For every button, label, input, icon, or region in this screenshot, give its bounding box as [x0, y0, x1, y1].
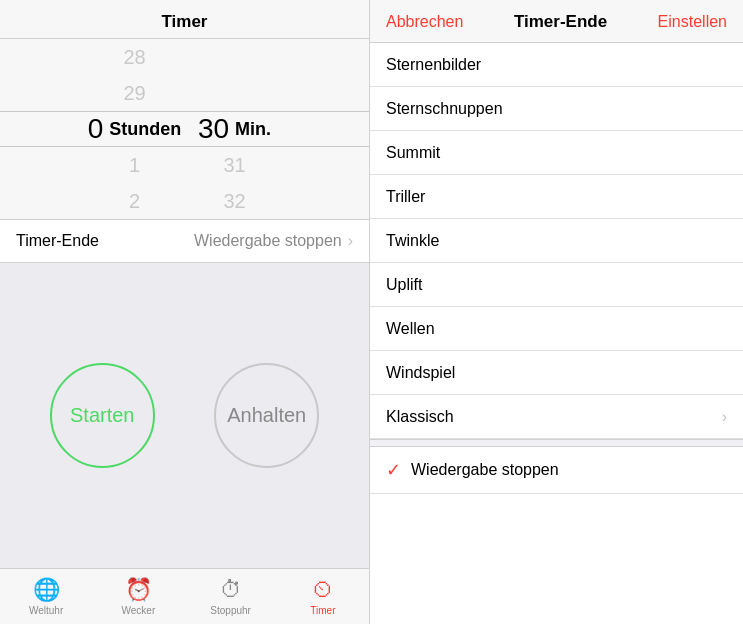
drum-hour-2: 2	[85, 183, 185, 219]
menu-item-wellen[interactable]: Wellen	[370, 307, 743, 351]
drum-min-empty3	[185, 75, 285, 111]
menu-item-windspiel[interactable]: Windspiel	[370, 351, 743, 395]
wecker-label: Wecker	[122, 605, 156, 616]
left-panel: Timer 27 28 29 0 Stunden 1 2 3 30 Min.	[0, 0, 370, 624]
set-button[interactable]: Einstellen	[658, 13, 727, 31]
checkmark-icon: ✓	[386, 459, 401, 481]
timer-ende-value: Wiedergabe stoppen	[194, 232, 342, 250]
drum-min-empty2	[185, 39, 285, 75]
menu-item-triller[interactable]: Triller	[370, 175, 743, 219]
right-header: Abbrechen Timer-Ende Einstellen	[370, 0, 743, 43]
timer-label: Timer	[310, 605, 335, 616]
menu-list: Sternenbilder Sternschnuppen Summit Tril…	[370, 43, 743, 624]
sternenbilder-label: Sternenbilder	[386, 56, 727, 74]
left-header: Timer	[0, 0, 369, 39]
timer-ende-chevron: ›	[348, 232, 353, 250]
tab-stoppuhr[interactable]: ⏱ Stoppuhr	[185, 577, 277, 616]
buttons-area: Starten Anhalten	[0, 263, 369, 568]
right-header-title: Timer-Ende	[514, 12, 607, 32]
menu-item-sternschnuppen[interactable]: Sternschnuppen	[370, 87, 743, 131]
start-button[interactable]: Starten	[50, 363, 155, 468]
uplift-label: Uplift	[386, 276, 727, 294]
twinkle-label: Twinkle	[386, 232, 727, 250]
triller-label: Triller	[386, 188, 727, 206]
drum-hour-28: 28	[85, 39, 185, 75]
weltuhr-icon: 🌐	[33, 577, 60, 603]
weltuhr-label: Weltuhr	[29, 605, 63, 616]
stoppuhr-icon: ⏱	[220, 577, 242, 603]
right-panel: Abbrechen Timer-Ende Einstellen Sternenb…	[370, 0, 743, 624]
tab-timer[interactable]: ⏲ Timer	[277, 577, 369, 616]
drum-hour-1: 1	[85, 147, 185, 183]
drum-min-31: 31	[185, 147, 285, 183]
menu-item-klassisch[interactable]: Klassisch ›	[370, 395, 743, 439]
klassisch-label: Klassisch	[386, 408, 722, 426]
drum-min-32: 32	[185, 183, 285, 219]
summit-label: Summit	[386, 144, 727, 162]
tab-wecker[interactable]: ⏰ Wecker	[92, 577, 184, 616]
tab-weltuhr[interactable]: 🌐 Weltuhr	[0, 577, 92, 616]
menu-item-twinkle[interactable]: Twinkle	[370, 219, 743, 263]
menu-item-wiedergabe-stoppen[interactable]: ✓ Wiedergabe stoppen	[370, 447, 743, 494]
wiedergabe-stoppen-label: Wiedergabe stoppen	[411, 461, 727, 479]
timer-icon: ⏲	[312, 577, 334, 603]
stop-button[interactable]: Anhalten	[214, 363, 319, 468]
drum-hour-selected: 0 Stunden	[85, 111, 185, 147]
drum-roller: 27 28 29 0 Stunden 1 2 3 30 Min. 31 32 3…	[0, 39, 369, 219]
menu-divider	[370, 439, 743, 447]
menu-item-uplift[interactable]: Uplift	[370, 263, 743, 307]
tab-bar: 🌐 Weltuhr ⏰ Wecker ⏱ Stoppuhr ⏲ Timer	[0, 568, 369, 624]
menu-item-summit[interactable]: Summit	[370, 131, 743, 175]
timer-ende-row[interactable]: Timer-Ende Wiedergabe stoppen ›	[0, 219, 369, 263]
drum-col-minutes[interactable]: 30 Min. 31 32 33	[185, 39, 285, 219]
wellen-label: Wellen	[386, 320, 727, 338]
drum-hour-29: 29	[85, 75, 185, 111]
klassisch-chevron: ›	[722, 408, 727, 426]
cancel-button[interactable]: Abbrechen	[386, 13, 463, 31]
wecker-icon: ⏰	[125, 577, 152, 603]
drum-col-hours[interactable]: 27 28 29 0 Stunden 1 2 3	[85, 39, 185, 219]
windspiel-label: Windspiel	[386, 364, 727, 382]
stoppuhr-label: Stoppuhr	[210, 605, 251, 616]
timer-ende-label: Timer-Ende	[16, 232, 194, 250]
left-title: Timer	[162, 12, 208, 31]
drum-min-selected: 30 Min.	[185, 111, 285, 147]
menu-item-sternenbilder[interactable]: Sternenbilder	[370, 43, 743, 87]
sternschnuppen-label: Sternschnuppen	[386, 100, 727, 118]
